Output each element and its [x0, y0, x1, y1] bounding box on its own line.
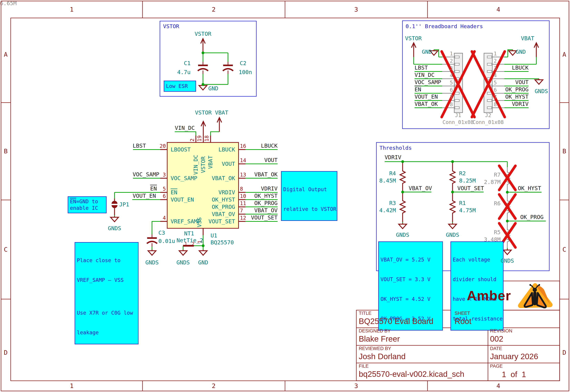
frame-row-label: A [562, 52, 566, 58]
pin-number: 8 [494, 102, 497, 107]
power-label: VBAT [521, 36, 534, 41]
r4-ref: R4 [389, 171, 396, 176]
gnds-symbol [449, 223, 456, 229]
pin-number: 4 [163, 215, 166, 221]
pin-number: 18 [204, 135, 209, 142]
r3-ref: R3 [389, 200, 396, 206]
pin-number: 7 [450, 95, 453, 100]
sheet-name: Root [455, 317, 471, 325]
net-label: OK_HYST [505, 94, 528, 99]
pin-number: 1 [494, 51, 497, 56]
vstor-power-arrow [201, 39, 205, 53]
pin-number: 5 [450, 80, 453, 85]
ic-pin-name: LBOOST [171, 147, 191, 152]
gnds-label: GNDS [396, 232, 409, 238]
pin-number: 3 [494, 66, 497, 71]
ic-pin-name: VIN_DC [193, 155, 199, 175]
net-label: VOUT [515, 79, 528, 85]
revision-value: 002 [490, 335, 503, 343]
gnds-label: GNDS [535, 88, 548, 94]
field-label: FILE [359, 364, 369, 368]
net-label: VBAT_OK [414, 101, 438, 107]
r2-value: 8.25M [459, 178, 476, 183]
net-label: VIN_DC [175, 125, 195, 131]
r2-ref: R2 [459, 171, 466, 176]
frame-row-label: D [562, 350, 566, 356]
net-label: VIN_DC [414, 72, 435, 78]
net-label: OK_PROG [505, 87, 528, 92]
note-text: leakage [77, 329, 136, 336]
r4-resistor[interactable] [400, 169, 405, 184]
frame-row-label: B [4, 148, 8, 154]
r5-value: 3.48M [484, 237, 500, 242]
pin-number: 14 [240, 158, 246, 163]
net-label: VDRIV [385, 154, 401, 160]
c3-ref: C3 [158, 230, 165, 236]
power-label: VBAT [215, 110, 228, 115]
c3-capacitor[interactable] [147, 235, 157, 247]
net-label: LBST [414, 65, 428, 70]
pin-number: 3 [163, 172, 166, 177]
net-label: OK_HYST [518, 185, 541, 191]
ic-pin-name: VOUT_EN [171, 197, 194, 202]
r2-resistor[interactable] [450, 169, 455, 184]
pin-number: 8 [450, 102, 453, 107]
pin-number: 16 [240, 143, 246, 149]
ic-pin-name: VBAT_OV [212, 211, 235, 217]
gnds-label: GNDS [500, 258, 514, 264]
c2-ref: C2 [240, 60, 246, 66]
r3-resistor[interactable] [400, 199, 405, 214]
gnd-label: GND [208, 86, 218, 91]
note-text: OK_HYST = 4.52 V [381, 296, 441, 302]
note-text: Digital Output [283, 186, 335, 193]
pin-number: 20 [160, 143, 166, 149]
ic-pin-name: VBAT [208, 155, 213, 169]
frame-col-label: 1 [70, 6, 73, 13]
gnd-symbol [509, 50, 517, 55]
power-label: VSTOR [195, 110, 212, 115]
c2-capacitor[interactable] [223, 62, 233, 74]
c3-value: 0.01u [158, 238, 175, 244]
gnds-label: GNDS [446, 232, 459, 238]
frame-col-label: 1 [70, 383, 73, 389]
net-label: VBAT_OK [254, 172, 278, 177]
note-text: divider should [453, 276, 501, 283]
frame-col-label: 3 [354, 383, 358, 389]
field-label: DATE [490, 346, 502, 351]
box-title: Thresholds [380, 145, 412, 151]
c1-capacitor[interactable] [198, 62, 208, 74]
pin-number: 2 [192, 242, 195, 246]
net-label: VOUT_EN [414, 94, 438, 99]
vstor-power-arrow [412, 43, 416, 57]
frame-row-label: B [562, 148, 566, 154]
pin-number: 10 [240, 194, 246, 199]
power-label: VSTOR [195, 31, 211, 37]
ic-pin-name: VBAT_OK [212, 175, 235, 181]
r4-value: 8.45M [379, 178, 396, 183]
pin-number: 19 [197, 135, 202, 142]
r1-value: 4.75M [459, 208, 476, 213]
net-label: LBUCK [261, 143, 278, 149]
pin-number: 6 [163, 194, 166, 199]
nt1-part: NetTie_2 [176, 238, 203, 243]
low-esr-note: Low ESR [164, 81, 196, 92]
net-label: LBUCK [512, 65, 528, 70]
jp1-jumper[interactable] [112, 201, 117, 208]
pin-number: 5 [163, 186, 166, 192]
field-label: PAGE [490, 364, 503, 368]
r3-value: 4.42M [379, 208, 396, 213]
frame-row-label: A [4, 52, 8, 58]
net-label: LBST [133, 143, 146, 149]
net-label: VOUT_SET [457, 185, 484, 191]
frame-col-label: 3 [354, 6, 358, 13]
gnds-symbol [111, 216, 118, 222]
note-text: =GND to [76, 198, 98, 204]
vstor-section [198, 39, 233, 90]
pin-number: 8 [240, 186, 243, 192]
r1-resistor[interactable] [450, 199, 455, 214]
j2-part: Conn_01x08 [472, 120, 504, 125]
field-label: SHEET [455, 311, 470, 316]
note-text: VREF_SAMP – VSS [77, 277, 136, 283]
pin-number: 4 [450, 73, 453, 78]
field-label: REVIEWED BY [359, 346, 391, 351]
